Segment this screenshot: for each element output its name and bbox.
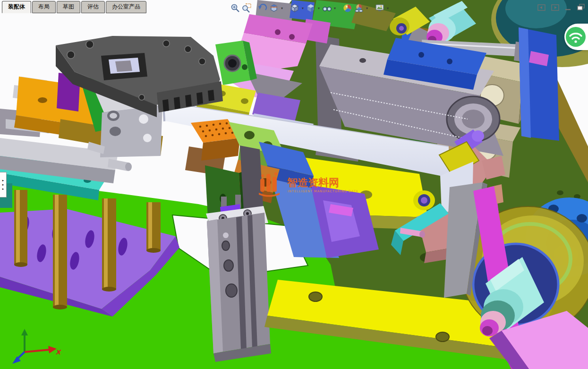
wifi-icon [565,26,587,48]
section-view-icon[interactable] [269,3,279,13]
watermark-subtitle: INTELLIGENT MANUFACTURING DATA [288,189,358,193]
zoom-to-area-icon[interactable] [242,3,251,13]
hide-show-dropdown-icon[interactable]: ▾ [334,6,336,10]
previous-view-icon[interactable] [258,3,267,13]
panel-expander-tab[interactable]: ▸ ▸ ▸ [0,172,7,197]
wifi-overlay-button[interactable] [564,24,588,50]
zoom-to-fit-icon[interactable] [230,3,240,13]
toggle-right-pane-icon[interactable] [551,4,559,11]
window-controls [537,4,585,11]
command-manager-tabs: 装配体 布局 草图 评估 办公室产品 [0,0,147,13]
tab-layout[interactable]: 布局 [32,1,56,13]
apply-scene-dropdown-icon[interactable]: ▾ [366,6,368,10]
tab-assembly[interactable]: 装配体 [2,1,31,13]
display-style-icon[interactable] [306,3,315,13]
expander-arrow-icon: ▸ [2,183,4,187]
view-settings-icon[interactable] [375,3,384,13]
hide-show-items-icon[interactable] [322,3,332,13]
expander-arrow-icon: ▸ [2,179,4,182]
tab-sketch[interactable]: 草图 [57,1,80,13]
orientation-dropdown-icon[interactable]: ▾ [302,6,304,10]
watermark-title: 智造资料网 [287,177,339,189]
view-settings-dropdown-icon[interactable]: ▾ [387,6,389,10]
tab-evaluate[interactable]: 评估 [81,1,105,13]
3d-viewport[interactable]: 智造资料网 INTELLIGENT MANUFACTURING DATA X [0,0,588,369]
expander-arrow-icon: ▸ [2,188,4,191]
display-style-dropdown-icon[interactable]: ▾ [318,6,320,10]
minimize-icon[interactable] [565,4,571,11]
guide-cylinder-tower[interactable] [205,146,271,362]
tab-office-products[interactable]: 办公室产品 [106,1,146,13]
toggle-left-pane-icon[interactable] [537,4,545,11]
view-orientation-icon[interactable] [290,3,299,13]
restore-icon[interactable] [577,4,585,11]
section-dropdown-icon[interactable]: ▾ [281,6,283,10]
heads-up-view-toolbar: ▾ ▾ ▾ ▾ ▾ ▾ [230,3,389,13]
edit-appearance-icon[interactable] [343,3,352,13]
apply-scene-icon[interactable] [354,3,364,13]
application-window: 智造资料网 INTELLIGENT MANUFACTURING DATA X 装… [0,0,588,369]
